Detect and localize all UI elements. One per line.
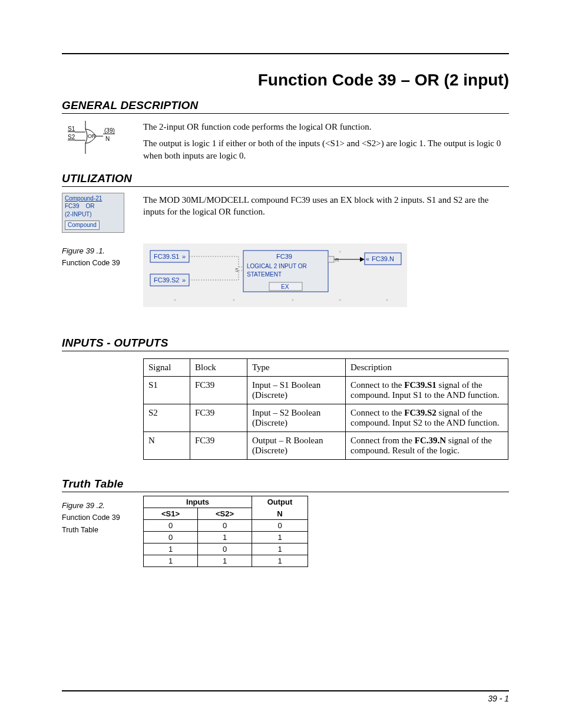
page-number: 39 - 1: [488, 694, 509, 703]
figure-39-1-caption-col: Figure 39 .1. Function Code 39: [62, 238, 143, 268]
figure-39-1-diagram-col: FC39.S1 » FC39.S2 » S FC39: [143, 238, 509, 307]
io-table-col: Signal Block Type Description S1 FC39 In…: [143, 351, 509, 460]
io-n-signal: N: [144, 431, 190, 459]
io-s1-block: FC39: [190, 376, 247, 404]
page: Function Code 39 – OR (2 input) GENERAL …: [0, 0, 562, 728]
page-title: Function Code 39 – OR (2 input): [62, 71, 509, 90]
page-footer: 39 - 1: [62, 690, 509, 703]
io-col-signal: Signal: [144, 358, 190, 376]
truth-table-col: Inputs Output <S1> <S2> N 0 0 0 0 1 1: [143, 492, 509, 567]
figure-39-2-number: Figure 39 .2.: [62, 492, 143, 511]
general-p1: The 2-input OR function code performs th…: [143, 121, 509, 133]
truth-row-2: 1 0 1: [144, 543, 308, 555]
section-utilization-heading: UTILIZATION: [62, 172, 509, 187]
io-row-s1: S1 FC39 Input – S1 Boolean (Discrete) Co…: [144, 376, 508, 404]
figure-39-1-number: Figure 39 .1.: [62, 238, 143, 256]
truth-hdr-inputs: Inputs: [144, 496, 252, 508]
compound-line2: (2-INPUT): [65, 210, 121, 219]
io-row-s2: S2 FC39 Input – S2 Boolean (Discrete) Co…: [144, 404, 508, 431]
io-row-n: N FC39 Output – R Boolean (Discrete) Con…: [144, 431, 508, 459]
io-s2-signal: S2: [144, 404, 190, 431]
general-p2: The output is logic 1 if either or both …: [143, 137, 509, 162]
io-table: Signal Block Type Description S1 FC39 In…: [143, 358, 508, 460]
top-rule: [62, 53, 509, 54]
or-gate-graphic: S1 S2 OR (39) N: [62, 121, 143, 157]
io-row: Signal Block Type Description S1 FC39 In…: [62, 351, 509, 460]
diagram-block-mid: LOGICAL 2 INPUT OR: [247, 263, 307, 269]
utilization-row: Compound-21 FC39 OR (2-INPUT) Compound T…: [62, 190, 509, 233]
compound-button: Compound: [65, 220, 100, 230]
truth-hdr-row-1: Inputs Output: [144, 496, 308, 508]
svg-text:»: »: [182, 253, 186, 260]
diagram-block-sub: STATEMENT: [247, 271, 282, 278]
io-col-desc: Description: [346, 358, 508, 376]
diagram-s1: FC39.S1: [154, 253, 179, 260]
truth-col-s1: <S1>: [144, 508, 198, 519]
io-n-desc: Connect from the FC.39.N signal of the c…: [346, 431, 508, 459]
truth-row: Figure 39 .2. Function Code 39 Truth Tab…: [62, 492, 509, 567]
diagram-block-top: FC39: [276, 253, 292, 260]
svg-rect-31: [328, 256, 334, 262]
section-truth-heading: Truth Table: [62, 477, 509, 492]
svg-text:«: «: [366, 255, 369, 262]
io-s1-signal: S1: [144, 376, 190, 404]
io-n-type: Output – R Boolean (Discrete): [247, 431, 346, 459]
diagram-r: R: [335, 257, 339, 263]
truth-row-1: 0 1 1: [144, 531, 308, 543]
io-n-block: FC39: [190, 431, 247, 459]
section-general-heading: GENERAL DESCRIPTION: [62, 99, 509, 114]
truth-hdr-output: Output: [252, 496, 308, 508]
gate-n-label: N: [105, 136, 110, 142]
utilization-text-col: The MOD 30ML/MODCELL compound FC39 uses …: [143, 190, 509, 223]
svg-text:»: »: [182, 276, 186, 284]
fc39-diagram: FC39.S1 » FC39.S2 » S FC39: [143, 243, 407, 307]
truth-row-0: 0 0 0: [144, 519, 308, 531]
svg-marker-33: [360, 257, 365, 262]
utilization-p1: The MOD 30ML/MODCELL compound FC39 uses …: [143, 194, 509, 218]
io-s2-desc: Connect to the FC39.S2 signal of the com…: [346, 404, 508, 431]
figure-39-2-caption1: Function Code 39: [62, 513, 143, 523]
gate-or-label: OR: [88, 133, 96, 139]
io-s2-block: FC39: [190, 404, 247, 431]
diagram-out: FC39.N: [372, 255, 394, 262]
truth-col-n: N: [252, 508, 308, 519]
diagram-block-type: EX: [281, 284, 289, 290]
truth-hdr-row-2: <S1> <S2> N: [144, 508, 308, 519]
figure-39-1-row: Figure 39 .1. Function Code 39: [62, 238, 509, 307]
truth-table: Inputs Output <S1> <S2> N 0 0 0 0 1 1: [143, 496, 308, 567]
io-s1-desc: Connect to the FC39.S1 signal of the com…: [346, 376, 508, 404]
io-s1-type: Input – S1 Boolean (Discrete): [247, 376, 346, 404]
gate-num-label: (39): [104, 127, 115, 134]
compound-title: Compound-21: [65, 195, 121, 203]
gate-s1-label: S1: [68, 126, 75, 132]
io-col-type: Type: [247, 358, 346, 376]
gate-s2-label: S2: [68, 134, 75, 140]
truth-row-3: 1 1 1: [144, 555, 308, 566]
io-col-block: Block: [190, 358, 247, 376]
svg-text:S: S: [235, 267, 239, 273]
figure-39-1-caption: Function Code 39: [62, 258, 143, 268]
io-header-row: Signal Block Type Description: [144, 358, 508, 376]
general-graphic-col: S1 S2 OR (39) N: [62, 117, 143, 157]
io-s2-type: Input – S2 Boolean (Discrete): [247, 404, 346, 431]
truth-caption-col: Figure 39 .2. Function Code 39 Truth Tab…: [62, 492, 143, 535]
compound-line1: FC39 OR: [65, 202, 121, 210]
compound-box: Compound-21 FC39 OR (2-INPUT) Compound: [62, 193, 124, 233]
utilization-graphic-col: Compound-21 FC39 OR (2-INPUT) Compound: [62, 190, 143, 233]
diagram-s2: FC39.S2: [154, 276, 179, 284]
section-io-heading: INPUTS - OUTPUTS: [62, 337, 509, 351]
figure-39-2-caption2: Truth Table: [62, 525, 143, 535]
general-row: S1 S2 OR (39) N The 2-input OR function …: [62, 117, 509, 166]
general-text-col: The 2-input OR function code performs th…: [143, 117, 509, 166]
truth-col-s2: <S2>: [198, 508, 252, 519]
